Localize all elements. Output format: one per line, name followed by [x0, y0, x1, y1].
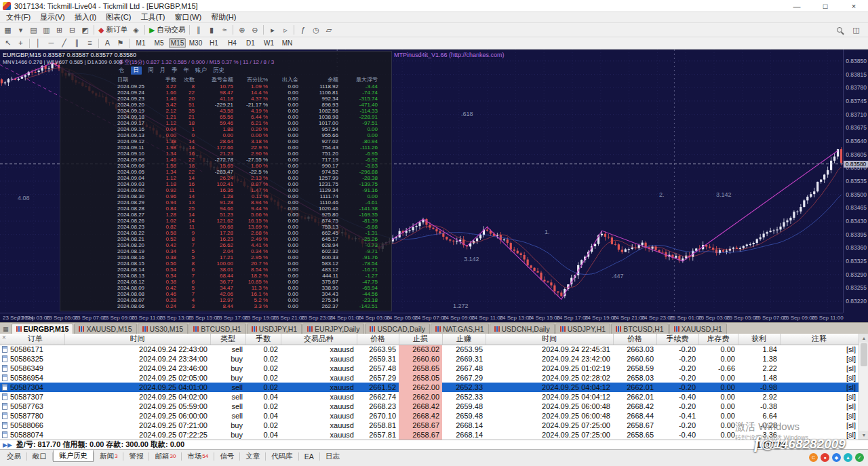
chart-tab[interactable]: USDCNH,Daily	[490, 324, 555, 334]
scroll-down-icon[interactable]: ▼	[859, 431, 868, 440]
chart-shift-button[interactable]: ▹	[279, 24, 292, 36]
order-row[interactable]: 505880742024.09.25 07:22:25buy0.04xauusd…	[0, 430, 859, 440]
terminal-tab-账户历史[interactable]: 账户历史	[53, 450, 94, 462]
chart-tab[interactable]: BTCUSD,H1	[189, 324, 246, 334]
close-panel-icon[interactable]: ×	[0, 334, 6, 341]
scroll-up-icon[interactable]: ▲	[859, 334, 868, 343]
order-row[interactable]: 505863492024.09.24 23:46:00buy0.02xauusd…	[0, 364, 859, 373]
trendline-button[interactable]: ╱	[58, 37, 71, 49]
timeframe-H4[interactable]: H4	[224, 38, 241, 48]
scrollbar-thumb[interactable]	[861, 343, 867, 366]
order-row[interactable]: 505869542024.09.25 02:05:00buy0.02xauusd…	[0, 373, 859, 383]
menu-item[interactable]: 显示(V)	[35, 12, 70, 22]
terminal-tab-交易[interactable]: 交易	[1, 450, 26, 462]
timeframe-M15[interactable]: M15	[169, 38, 186, 48]
timeframe-H1[interactable]: H1	[205, 38, 222, 48]
line-chart-button[interactable]: ≈	[218, 24, 231, 36]
terminal-scrollbar[interactable]: ▲ ▼	[859, 334, 868, 440]
timeframe-M5[interactable]: M5	[151, 38, 167, 48]
tray-icon-green[interactable]: ✓	[855, 453, 864, 462]
stats-tab[interactable]: 账户	[195, 66, 207, 75]
close-button[interactable]: ×	[840, 0, 868, 12]
metaeditor-button[interactable]: ◈	[130, 24, 142, 36]
stats-tab[interactable]: 周	[148, 66, 154, 75]
minimize-button[interactable]: —	[783, 0, 811, 12]
tray-icon-orange[interactable]: C	[809, 453, 818, 462]
periods-button[interactable]: ◷	[309, 24, 322, 36]
timeframe-MN[interactable]: MN	[279, 38, 296, 48]
terminal-tab-代码库[interactable]: 代码库	[266, 450, 298, 462]
order-row[interactable]: 505877632024.09.25 05:59:00sell0.02xauus…	[0, 402, 859, 411]
chart-tab[interactable]: USDJPY,H1	[555, 324, 610, 334]
stats-tab[interactable]: 仓	[119, 66, 125, 75]
menu-item[interactable]: 窗口(W)	[170, 12, 206, 22]
timeframe-W1[interactable]: W1	[260, 38, 277, 48]
auto-trading-button[interactable]: ▶自动交易	[147, 24, 187, 36]
chart-area[interactable]: 0.838500.838150.837800.837450.837100.836…	[0, 50, 868, 322]
terminal-tab-信号[interactable]: 信号	[214, 450, 239, 462]
terminal-tab-市场[interactable]: 市场54	[182, 450, 214, 462]
stats-tab[interactable]: 季	[172, 66, 178, 75]
terminal-tab-敞口[interactable]: 敞口	[27, 450, 52, 462]
history-column-header[interactable]: 止赚	[442, 334, 486, 345]
order-row[interactable]: 505873042024.09.25 04:01:00sell0.02xauus…	[0, 383, 859, 392]
tray-icon-red[interactable]: ●	[821, 453, 829, 462]
price-axis[interactable]: 0.838500.838150.837800.837450.837100.836…	[843, 50, 868, 313]
terminal-tab-邮箱[interactable]: 邮箱30	[149, 450, 181, 462]
history-column-header[interactable]: 手续费	[656, 334, 698, 345]
market-watch-button[interactable]: ▤	[27, 24, 40, 36]
terminal-button[interactable]: ⊟	[66, 24, 79, 36]
chart-tab[interactable]: BTCUSD,H1	[611, 324, 669, 334]
horizontal-line-button[interactable]: ─	[45, 37, 58, 49]
search-button[interactable]	[833, 24, 846, 36]
tray-icon-blue[interactable]: ◆	[832, 453, 841, 462]
history-column-header[interactable]: 价格	[357, 334, 399, 345]
chart-tab[interactable]: EURJPY,Daily	[302, 324, 364, 334]
layout-button[interactable]: ◫	[850, 24, 863, 36]
text-button[interactable]: A	[101, 37, 114, 49]
history-column-header[interactable]: 手数	[245, 334, 281, 345]
auto-scroll-button[interactable]: ▸	[266, 24, 279, 36]
history-column-header[interactable]: 止损	[399, 334, 442, 345]
indicators-button[interactable]: ƒ	[296, 24, 309, 36]
tray-icon-teal[interactable]: ▲	[844, 453, 852, 462]
chart-tabs-menu-icon[interactable]: ▦	[3, 326, 9, 332]
chart-tab[interactable]: EURGBP,M15	[12, 324, 74, 334]
history-column-header[interactable]: 类型	[210, 334, 245, 345]
menu-item[interactable]: 工具(T)	[136, 12, 170, 22]
menu-item[interactable]: 图表(C)	[101, 12, 136, 22]
zoom-in-button[interactable]: ⊕	[235, 24, 248, 36]
history-column-header[interactable]: ×订单	[0, 334, 64, 345]
crosshair-button[interactable]: +	[14, 37, 27, 49]
chart-tab[interactable]: USDJPY,H1	[247, 324, 302, 334]
stats-tab[interactable]: 年	[184, 66, 190, 75]
terminal-tab-警报[interactable]: 警报	[123, 450, 149, 462]
chart-tab[interactable]: US30,M15	[138, 324, 189, 334]
history-column-header[interactable]: 获利	[738, 334, 780, 345]
templates-button[interactable]: ▱	[322, 24, 335, 36]
order-row[interactable]: 505877802024.09.25 06:00:00sell0.04xauus…	[0, 411, 859, 421]
cursor-button[interactable]: ↖	[1, 37, 14, 49]
order-row[interactable]: 505873072024.09.25 04:02:00sell0.04xauus…	[0, 392, 859, 402]
channel-button[interactable]: ∥	[71, 37, 83, 49]
terminal-tab-EA[interactable]: EA	[299, 450, 319, 462]
profiles-button[interactable]: ▾	[14, 24, 27, 36]
maximize-button[interactable]: □	[811, 0, 840, 12]
history-column-header[interactable]: 时间	[64, 334, 210, 345]
candles-chart-button[interactable]: ▮	[205, 24, 218, 36]
time-axis[interactable]: 23 Sep 202423 Sep 03:0023 Sep 05:0023 Se…	[0, 313, 843, 322]
timeframe-D1[interactable]: D1	[242, 38, 259, 48]
terminal-tab-新闻[interactable]: 新闻3	[94, 450, 123, 462]
stats-tab[interactable]: 日	[131, 66, 142, 75]
chart-tab[interactable]: XAUUSD,M15	[74, 324, 136, 334]
chart-tab[interactable]: USDCAD,Daily	[365, 324, 430, 334]
order-row[interactable]: 505880662024.09.25 07:21:00buy0.02xauusd…	[0, 421, 859, 430]
menu-item[interactable]: 插入(I)	[70, 12, 101, 22]
chart-tab[interactable]: XAUUSD,H1	[669, 324, 727, 334]
menu-item[interactable]: 文件(F)	[1, 12, 35, 22]
menu-item[interactable]: 帮助(H)	[206, 12, 241, 22]
history-column-header[interactable]: 时间	[486, 334, 613, 345]
new-chart-button[interactable]: ▦	[1, 24, 14, 36]
timeframe-M30[interactable]: M30	[187, 38, 204, 48]
order-row[interactable]: 505863252024.09.24 23:34:00buy0.02xauusd…	[0, 354, 859, 364]
